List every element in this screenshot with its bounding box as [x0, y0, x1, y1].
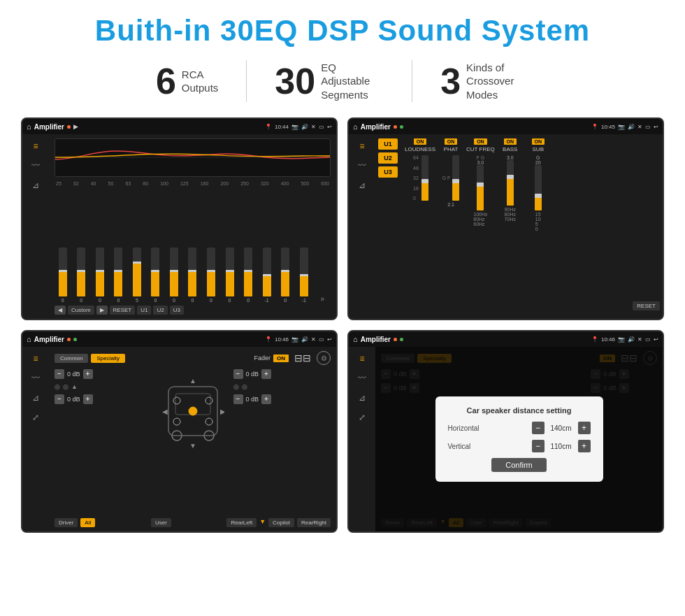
u1-btn[interactable]: U1 — [378, 138, 398, 150]
screen-eq: ⌂ Amplifier ▶ 📍 10:44 📷 🔊 ✕ ▭ ↩ ≡ — [21, 117, 338, 320]
eq-expand[interactable]: » — [314, 295, 331, 303]
modal-row-horizontal: Horizontal − 140cm + — [448, 422, 591, 434]
home-icon-distance[interactable]: ⌂ — [353, 335, 358, 343]
sidebar-fader-arrows[interactable]: ⤢ — [32, 413, 39, 422]
android-bar-fader: ⌂ Amplifier 📍 10:46 📷 🔊 ✕ ▭ ↩ — [22, 331, 336, 347]
sidebar-dist-arrows[interactable]: ⤢ — [359, 413, 366, 422]
db-val-0: 0 dB — [67, 371, 80, 378]
home-icon-fader[interactable]: ⌂ — [27, 335, 31, 343]
sidebar-fader-wave[interactable]: 〰 — [31, 373, 40, 383]
fader-label: Fader — [254, 354, 271, 361]
on-badge-loudness[interactable]: ON — [414, 138, 427, 145]
svg-point-8 — [206, 418, 212, 425]
modal-vertical-controls[interactable]: − 110cm + — [532, 440, 591, 452]
cv-col-cutfreq: ON CUT FREQ F G 3.0 100Hz80Hz60Hz — [466, 138, 495, 315]
sidebar-cv-wave[interactable]: 〰 — [358, 161, 366, 171]
sidebar-cv-vol[interactable]: ⊿ — [359, 180, 366, 190]
sidebar-dist-icon[interactable]: ≡ — [359, 354, 364, 364]
modal-row-vertical: Vertical − 110cm + — [448, 440, 591, 452]
db-plus-1[interactable]: + — [83, 394, 93, 404]
sidebar-eq-icon[interactable]: ≡ — [33, 141, 38, 151]
on-badge-sub[interactable]: ON — [532, 138, 545, 145]
fader-bottom-labels: Driver All User RearLeft ▼ Copilot RearR… — [55, 518, 331, 527]
status-dot-green-fader — [73, 338, 77, 341]
u3-btn[interactable]: U3 — [378, 166, 398, 178]
arrow-up-icon[interactable]: ▲ — [71, 383, 78, 390]
modal-vertical-label: Vertical — [448, 443, 490, 450]
modal-horizontal-minus[interactable]: − — [532, 422, 545, 434]
volume-icon-fader: 🔊 — [301, 336, 308, 343]
stat-crossover-text: Kinds of Crossover Modes — [466, 61, 529, 102]
eq-u1-btn[interactable]: U1 — [137, 306, 151, 315]
sidebar-fader-vol[interactable]: ⊿ — [32, 393, 39, 403]
camera-icon-cv: 📷 — [618, 124, 625, 130]
screen-crossover: ⌂ Amplifier 📍 10:45 📷 🔊 ✕ ▭ ↩ ≡ — [347, 117, 664, 320]
window-icon-fader: ▭ — [319, 336, 324, 343]
status-dot-green-crossover — [400, 125, 403, 129]
eq-slider-0: 0 — [55, 248, 71, 303]
db-plus-0[interactable]: + — [83, 369, 93, 379]
eq-prev-btn[interactable]: ◀ — [55, 306, 66, 315]
sidebar-dist-wave[interactable]: 〰 — [358, 373, 366, 383]
label-driver[interactable]: Driver — [55, 518, 78, 527]
label-user[interactable]: User — [151, 518, 171, 527]
screen-distance: ⌂ Amplifier 📍 10:46 📷 🔊 ✕ ▭ ↩ ≡ — [347, 330, 664, 533]
eq-slider-7: 0 — [185, 248, 201, 303]
arrow-down-icon-fader[interactable]: ▼ — [259, 518, 266, 527]
volume-icon-eq: 🔊 — [301, 124, 308, 130]
db-minus-0[interactable]: − — [55, 369, 64, 379]
eq-slider-8: 0 — [203, 248, 219, 303]
sidebar-fader-icon[interactable]: ≡ — [33, 354, 38, 364]
db-minus-2[interactable]: − — [233, 369, 243, 379]
sidebar-dist-vol[interactable]: ⊿ — [359, 393, 366, 403]
modal-confirm-button[interactable]: Confirm — [491, 458, 547, 472]
back-icon-fader: ↩ — [327, 336, 332, 343]
tab-specialty-fader[interactable]: Specialty — [91, 354, 124, 363]
label-copilot[interactable]: Copilot — [268, 518, 294, 527]
eq-u2-btn[interactable]: U2 — [153, 306, 167, 315]
db-plus-3[interactable]: + — [261, 394, 271, 404]
db-minus-1[interactable]: − — [55, 394, 64, 404]
sidebar-cv-icon[interactable]: ≡ — [359, 141, 364, 151]
modal-vertical-plus[interactable]: + — [578, 440, 591, 452]
fader-slider-icon[interactable]: ⊟⊟ — [294, 352, 311, 364]
stat-eq: 30 EQ Adjustable Segments — [247, 61, 412, 102]
close-icon-dist: ✕ — [637, 336, 642, 343]
db-minus-3[interactable]: − — [233, 394, 243, 404]
camera-icon-eq: 📷 — [291, 124, 298, 130]
label-all[interactable]: All — [80, 518, 95, 527]
status-dot-crossover — [394, 125, 397, 129]
db-val-2: 0 dB — [246, 371, 259, 378]
tab-common-fader[interactable]: Common — [55, 354, 88, 363]
on-badge-cutfreq[interactable]: ON — [474, 138, 487, 145]
label-rearleft[interactable]: RearLeft — [226, 518, 257, 527]
u2-btn[interactable]: U2 — [378, 152, 398, 164]
on-badge-bass[interactable]: ON — [504, 138, 517, 145]
fader-on-toggle[interactable]: ON — [273, 354, 289, 362]
db-plus-2[interactable]: + — [261, 369, 271, 379]
svg-point-5 — [173, 397, 180, 404]
eq-graph — [55, 138, 331, 177]
home-icon-eq[interactable]: ⌂ — [27, 122, 31, 131]
sidebar-wave-icon[interactable]: 〰 — [31, 161, 40, 171]
home-icon-crossover[interactable]: ⌂ — [353, 122, 358, 131]
eq-bottom-controls: ◀ Custom ▶ RESET U1 U2 U3 — [55, 306, 331, 315]
modal-vertical-minus[interactable]: − — [532, 440, 545, 452]
fader-controls-right: − 0 dB + ◎ ◎ − 0 dB + — [233, 369, 331, 514]
modal-horizontal-controls[interactable]: − 140cm + — [532, 422, 591, 434]
sidebar-vol-icon[interactable]: ⊿ — [32, 180, 39, 190]
label-rearright[interactable]: RearRight — [297, 518, 331, 527]
modal-horizontal-plus[interactable]: + — [578, 422, 591, 434]
location-icon-dist: 📍 — [591, 336, 598, 343]
on-badge-phat[interactable]: ON — [445, 138, 458, 145]
eq-custom-btn[interactable]: Custom — [68, 306, 94, 315]
eq-next-btn[interactable]: ▶ — [96, 306, 108, 315]
svg-text:▼: ▼ — [189, 442, 196, 450]
stat-eq-number: 30 — [275, 63, 315, 99]
screen-content-eq: ≡ 〰 ⊿ 2532405063 80100125160200 — [22, 134, 336, 319]
eq-reset-btn[interactable]: RESET — [110, 306, 136, 315]
cv-reset-btn[interactable]: RESET — [633, 301, 660, 310]
eq-u3-btn[interactable]: U3 — [170, 306, 184, 315]
back-icon-dist: ↩ — [654, 336, 658, 343]
fader-settings-icon[interactable]: ⚙ — [317, 351, 331, 365]
